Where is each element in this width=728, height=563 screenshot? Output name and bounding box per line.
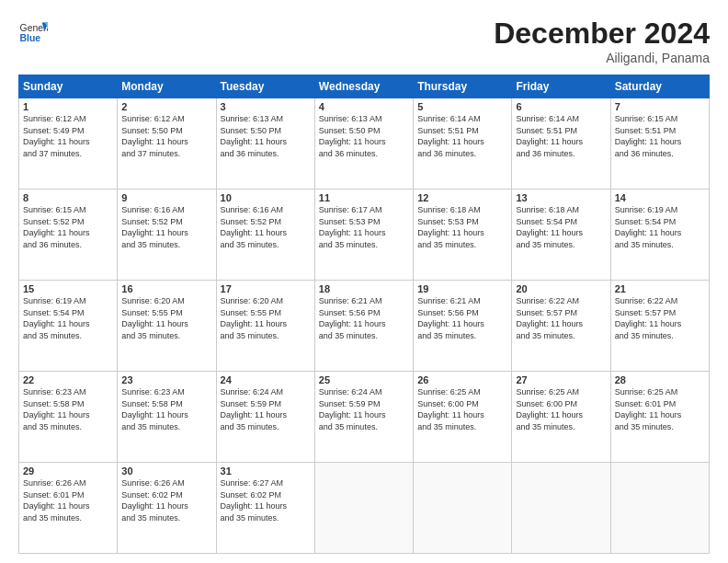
day-number: 26 (417, 374, 507, 385)
day-number: 23 (121, 374, 211, 385)
day-info: Sunrise: 6:20 AM Sunset: 5:55 PM Dayligh… (121, 295, 211, 341)
header-tuesday: Tuesday (216, 75, 314, 98)
day-number: 25 (319, 374, 409, 385)
calendar-cell: 9 Sunrise: 6:16 AM Sunset: 5:52 PM Dayli… (118, 190, 216, 281)
day-number: 11 (319, 192, 409, 203)
day-number: 16 (121, 283, 211, 294)
day-info: Sunrise: 6:15 AM Sunset: 5:51 PM Dayligh… (615, 113, 705, 159)
logo: General Blue (18, 17, 48, 46)
day-info: Sunrise: 6:24 AM Sunset: 5:59 PM Dayligh… (319, 386, 409, 432)
day-number: 18 (319, 283, 409, 294)
day-info: Sunrise: 6:24 AM Sunset: 5:59 PM Dayligh… (221, 386, 311, 432)
day-number: 3 (221, 101, 311, 112)
calendar-cell: 29 Sunrise: 6:26 AM Sunset: 6:01 PM Dayl… (19, 463, 118, 554)
weekday-header-row: Sunday Monday Tuesday Wednesday Thursday… (19, 75, 710, 98)
header-saturday: Saturday (610, 75, 709, 98)
calendar-cell: 21 Sunrise: 6:22 AM Sunset: 5:57 PM Dayl… (610, 281, 709, 372)
day-number: 27 (516, 374, 606, 385)
calendar-cell: 11 Sunrise: 6:17 AM Sunset: 5:53 PM Dayl… (314, 190, 413, 281)
day-info: Sunrise: 6:12 AM Sunset: 5:49 PM Dayligh… (23, 113, 113, 159)
day-info: Sunrise: 6:17 AM Sunset: 5:53 PM Dayligh… (319, 204, 409, 250)
calendar-cell: 19 Sunrise: 6:21 AM Sunset: 5:56 PM Dayl… (414, 281, 512, 372)
day-number: 5 (417, 101, 507, 112)
calendar-cell: 16 Sunrise: 6:20 AM Sunset: 5:55 PM Dayl… (118, 281, 216, 372)
calendar-cell: 24 Sunrise: 6:24 AM Sunset: 5:59 PM Dayl… (216, 372, 314, 463)
page: General Blue December 2024 Ailigandi, Pa… (0, 0, 728, 563)
day-info: Sunrise: 6:25 AM Sunset: 6:00 PM Dayligh… (516, 386, 606, 432)
month-title: December 2024 (494, 17, 710, 51)
day-number: 22 (23, 374, 113, 385)
calendar-cell (512, 463, 610, 554)
day-number: 10 (221, 192, 311, 203)
title-block: December 2024 Ailigandi, Panama (494, 17, 710, 65)
header-thursday: Thursday (414, 75, 512, 98)
day-number: 14 (615, 192, 705, 203)
day-info: Sunrise: 6:19 AM Sunset: 5:54 PM Dayligh… (615, 204, 705, 250)
calendar-cell: 2 Sunrise: 6:12 AM Sunset: 5:50 PM Dayli… (118, 98, 216, 190)
location: Ailigandi, Panama (494, 51, 710, 65)
calendar-cell: 4 Sunrise: 6:13 AM Sunset: 5:50 PM Dayli… (314, 98, 413, 190)
header-monday: Monday (118, 75, 216, 98)
calendar-cell: 3 Sunrise: 6:13 AM Sunset: 5:50 PM Dayli… (216, 98, 314, 190)
day-number: 15 (23, 283, 113, 294)
calendar-cell: 31 Sunrise: 6:27 AM Sunset: 6:02 PM Dayl… (216, 463, 314, 554)
calendar-cell: 25 Sunrise: 6:24 AM Sunset: 5:59 PM Dayl… (314, 372, 413, 463)
day-number: 19 (417, 283, 507, 294)
calendar-cell (414, 463, 512, 554)
calendar-cell: 30 Sunrise: 6:26 AM Sunset: 6:02 PM Dayl… (118, 463, 216, 554)
header-sunday: Sunday (19, 75, 118, 98)
day-info: Sunrise: 6:26 AM Sunset: 6:02 PM Dayligh… (121, 477, 211, 523)
week-row-3: 15 Sunrise: 6:19 AM Sunset: 5:54 PM Dayl… (19, 281, 710, 372)
day-number: 12 (417, 192, 507, 203)
calendar-cell: 27 Sunrise: 6:25 AM Sunset: 6:00 PM Dayl… (512, 372, 610, 463)
calendar-cell (610, 463, 709, 554)
day-info: Sunrise: 6:16 AM Sunset: 5:52 PM Dayligh… (121, 204, 211, 250)
calendar-cell: 1 Sunrise: 6:12 AM Sunset: 5:49 PM Dayli… (19, 98, 118, 190)
calendar-cell: 20 Sunrise: 6:22 AM Sunset: 5:57 PM Dayl… (512, 281, 610, 372)
day-info: Sunrise: 6:18 AM Sunset: 5:53 PM Dayligh… (417, 204, 507, 250)
calendar-cell: 7 Sunrise: 6:15 AM Sunset: 5:51 PM Dayli… (610, 98, 709, 190)
day-info: Sunrise: 6:13 AM Sunset: 5:50 PM Dayligh… (221, 113, 311, 159)
day-info: Sunrise: 6:18 AM Sunset: 5:54 PM Dayligh… (516, 204, 606, 250)
calendar-cell: 17 Sunrise: 6:20 AM Sunset: 5:55 PM Dayl… (216, 281, 314, 372)
day-number: 20 (516, 283, 606, 294)
day-info: Sunrise: 6:25 AM Sunset: 6:00 PM Dayligh… (417, 386, 507, 432)
calendar-cell: 22 Sunrise: 6:23 AM Sunset: 5:58 PM Dayl… (19, 372, 118, 463)
day-info: Sunrise: 6:22 AM Sunset: 5:57 PM Dayligh… (516, 295, 606, 341)
header-friday: Friday (512, 75, 610, 98)
calendar-cell: 28 Sunrise: 6:25 AM Sunset: 6:01 PM Dayl… (610, 372, 709, 463)
svg-text:Blue: Blue (20, 33, 41, 43)
day-number: 6 (516, 101, 606, 112)
day-info: Sunrise: 6:21 AM Sunset: 5:56 PM Dayligh… (319, 295, 409, 341)
calendar-cell: 18 Sunrise: 6:21 AM Sunset: 5:56 PM Dayl… (314, 281, 413, 372)
day-number: 21 (615, 283, 705, 294)
calendar-cell: 14 Sunrise: 6:19 AM Sunset: 5:54 PM Dayl… (610, 190, 709, 281)
day-info: Sunrise: 6:14 AM Sunset: 5:51 PM Dayligh… (417, 113, 507, 159)
calendar-cell: 23 Sunrise: 6:23 AM Sunset: 5:58 PM Dayl… (118, 372, 216, 463)
week-row-5: 29 Sunrise: 6:26 AM Sunset: 6:01 PM Dayl… (19, 463, 710, 554)
day-number: 4 (319, 101, 409, 112)
day-info: Sunrise: 6:14 AM Sunset: 5:51 PM Dayligh… (516, 113, 606, 159)
day-number: 17 (221, 283, 311, 294)
header: General Blue December 2024 Ailigandi, Pa… (18, 17, 710, 65)
day-number: 7 (615, 101, 705, 112)
day-info: Sunrise: 6:27 AM Sunset: 6:02 PM Dayligh… (221, 477, 311, 523)
day-info: Sunrise: 6:20 AM Sunset: 5:55 PM Dayligh… (221, 295, 311, 341)
week-row-2: 8 Sunrise: 6:15 AM Sunset: 5:52 PM Dayli… (19, 190, 710, 281)
header-wednesday: Wednesday (314, 75, 413, 98)
week-row-1: 1 Sunrise: 6:12 AM Sunset: 5:49 PM Dayli… (19, 98, 710, 190)
day-info: Sunrise: 6:19 AM Sunset: 5:54 PM Dayligh… (23, 295, 113, 341)
calendar-cell (314, 463, 413, 554)
calendar-cell: 13 Sunrise: 6:18 AM Sunset: 5:54 PM Dayl… (512, 190, 610, 281)
day-number: 29 (23, 465, 113, 477)
day-info: Sunrise: 6:15 AM Sunset: 5:52 PM Dayligh… (23, 204, 113, 250)
day-number: 13 (516, 192, 606, 203)
day-info: Sunrise: 6:23 AM Sunset: 5:58 PM Dayligh… (23, 386, 113, 432)
day-number: 28 (615, 374, 705, 385)
day-info: Sunrise: 6:16 AM Sunset: 5:52 PM Dayligh… (221, 204, 311, 250)
day-info: Sunrise: 6:21 AM Sunset: 5:56 PM Dayligh… (417, 295, 507, 341)
logo-icon: General Blue (18, 17, 48, 46)
day-info: Sunrise: 6:25 AM Sunset: 6:01 PM Dayligh… (615, 386, 705, 432)
day-info: Sunrise: 6:12 AM Sunset: 5:50 PM Dayligh… (121, 113, 211, 159)
calendar-cell: 5 Sunrise: 6:14 AM Sunset: 5:51 PM Dayli… (414, 98, 512, 190)
